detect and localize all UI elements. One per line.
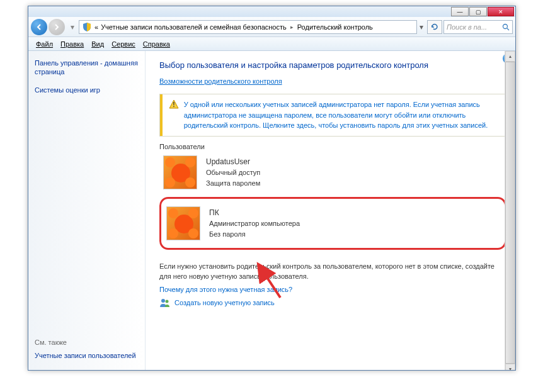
- users-section-label: Пользователи: [159, 143, 506, 150]
- user-role: Обычный доступ: [206, 167, 260, 178]
- search-placeholder: Поиск в па...: [447, 23, 487, 31]
- scroll-down-button[interactable]: ▾: [505, 364, 515, 370]
- address-bar[interactable]: « Учетные записи пользователей и семейна…: [79, 20, 417, 34]
- menu-help[interactable]: Справка: [139, 39, 174, 49]
- breadcrumb-2[interactable]: Родительский контроль: [297, 23, 373, 31]
- warning-text[interactable]: У одной или нескольких учетных записей а…: [184, 99, 500, 131]
- avatar: [163, 155, 197, 189]
- user-name: UpdatusUser: [206, 156, 260, 167]
- why-account-link[interactable]: Почему для этого нужна учетная запись?: [159, 286, 506, 293]
- search-input[interactable]: Поиск в па...: [443, 20, 513, 34]
- scroll-up-button[interactable]: ▴: [505, 51, 515, 62]
- capabilities-link[interactable]: Возможности родительского контроля: [159, 77, 506, 85]
- scroll-thumb[interactable]: [505, 62, 515, 364]
- user-role: Администратор компьютера: [209, 218, 300, 229]
- menu-tools[interactable]: Сервис: [108, 39, 139, 49]
- content-area: ? Выбор пользователя и настройка парамет…: [146, 51, 515, 370]
- forward-button: [49, 19, 65, 35]
- svg-point-4: [166, 300, 169, 303]
- chevron-right-icon: ▸: [290, 24, 294, 30]
- sidebar: Панель управления - домашняя страница Си…: [28, 51, 146, 370]
- titlebar: — ▢ ✕: [28, 6, 515, 17]
- minimize-button[interactable]: —: [451, 7, 469, 16]
- address-prefix: «: [94, 23, 98, 31]
- user-password-status: Защита паролем: [206, 178, 260, 189]
- main-area: Панель управления - домашняя страница Си…: [28, 51, 515, 370]
- back-button[interactable]: [31, 19, 47, 35]
- menu-file[interactable]: Файл: [32, 39, 57, 49]
- nav-dropdown-icon[interactable]: ▾: [69, 21, 76, 33]
- address-dropdown-icon[interactable]: ▾: [417, 23, 426, 31]
- sidebar-home-link[interactable]: Панель управления - домашняя страница: [35, 59, 139, 77]
- menubar: Файл Правка Вид Сервис Справка: [28, 37, 515, 51]
- warning-icon: !: [169, 99, 179, 109]
- svg-line-1: [507, 28, 509, 30]
- shield-icon: [82, 22, 92, 32]
- control-panel-window: — ▢ ✕ ▾ « Учетные записи пользователей и…: [28, 6, 516, 371]
- page-heading: Выбор пользователя и настройка параметро…: [159, 60, 506, 71]
- menu-edit[interactable]: Правка: [57, 39, 88, 49]
- navbar: ▾ « Учетные записи пользователей и семей…: [28, 17, 515, 37]
- maximize-button[interactable]: ▢: [469, 7, 487, 16]
- create-account-link[interactable]: Создать новую учетную запись: [174, 299, 275, 306]
- scrollbar[interactable]: ▴ ▾: [505, 51, 515, 370]
- sidebar-ratings-link[interactable]: Системы оценки игр: [35, 86, 139, 94]
- user-password-status: Без пароля: [209, 229, 300, 240]
- sidebar-seealso-label: См. также: [35, 339, 139, 346]
- svg-point-3: [161, 299, 165, 303]
- user-item-pk[interactable]: ПК Администратор компьютера Без пароля: [163, 201, 503, 245]
- highlighted-user: ПК Администратор компьютера Без пароля: [159, 197, 506, 250]
- sidebar-accounts-link[interactable]: Учетные записи пользователей: [35, 351, 139, 360]
- users-icon: [159, 297, 171, 308]
- avatar: [166, 206, 200, 240]
- svg-point-0: [503, 24, 508, 28]
- warning-box[interactable]: ! У одной или нескольких учетных записей…: [159, 94, 506, 137]
- user-name: ПК: [209, 207, 300, 218]
- refresh-button[interactable]: [427, 20, 442, 34]
- breadcrumb-1[interactable]: Учетные записи пользователей и семейная …: [101, 23, 287, 31]
- user-item-updatus[interactable]: UpdatusUser Обычный доступ Защита пароле…: [159, 150, 506, 194]
- note-text: Если нужно установить родительский контр…: [159, 261, 506, 282]
- svg-text:!: !: [173, 101, 174, 108]
- menu-view[interactable]: Вид: [88, 39, 108, 49]
- close-button[interactable]: ✕: [488, 7, 514, 16]
